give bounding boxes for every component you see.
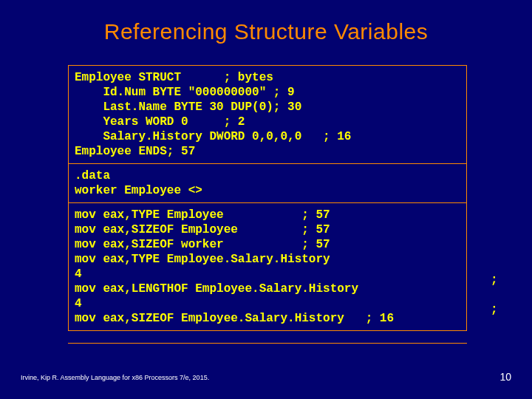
slide-title: Referencing Structure Variables bbox=[0, 19, 532, 44]
page-number: 10 bbox=[499, 371, 511, 383]
overflow-semicolon-2: ; bbox=[491, 303, 498, 316]
code-instructions: mov eax,TYPE Employee ; 57 mov eax,SIZEO… bbox=[69, 203, 466, 330]
code-box: Employee STRUCT ; bytes Id.Num BYTE "000… bbox=[68, 65, 467, 331]
code-struct-decl: Employee STRUCT ; bytes Id.Num BYTE "000… bbox=[69, 66, 466, 163]
footer-citation: Irvine, Kip R. Assembly Language for x86… bbox=[21, 374, 209, 381]
overflow-semicolon-1: ; bbox=[491, 273, 498, 287]
bottom-rule bbox=[68, 343, 467, 344]
code-data-seg: .data worker Employee <> bbox=[69, 164, 466, 202]
